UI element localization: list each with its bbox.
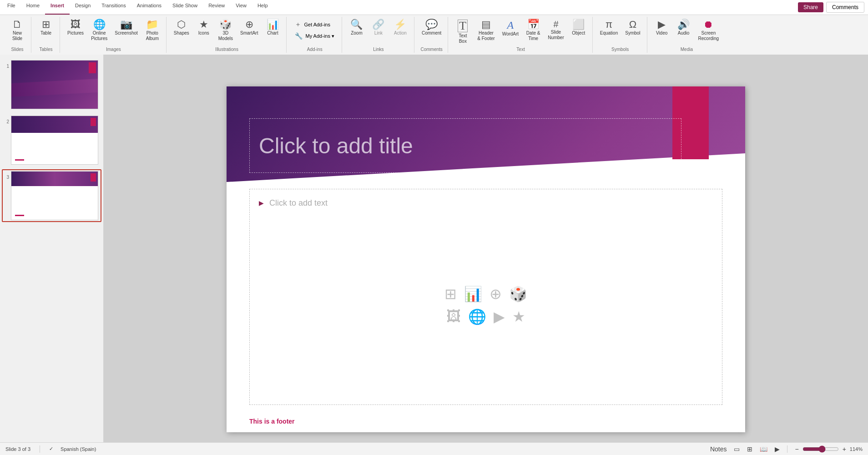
title-placeholder[interactable]: Click to add title: [249, 118, 681, 173]
ribbon-group-addins: ＋ Get Add-ins 🔧 My Add-ins ▾ Add-ins: [288, 17, 342, 53]
zoom-button[interactable]: 🔍 Zoom: [347, 18, 367, 38]
equation-button[interactable]: π Equation: [597, 18, 621, 38]
zoom-in-button[interactable]: +: [841, 445, 848, 454]
new-slide-button[interactable]: 🗋 NewSlide: [7, 18, 27, 43]
icons-button[interactable]: ★ Icons: [194, 18, 214, 38]
pictures-button[interactable]: 🖼 Pictures: [65, 18, 86, 38]
online-pictures-button[interactable]: 🌐 OnlinePictures: [88, 18, 110, 43]
tab-slideshow[interactable]: Slide Show: [167, 0, 203, 15]
view-slide-sorter-button[interactable]: ⊞: [745, 445, 754, 454]
media-group-label: Media: [681, 47, 693, 52]
audio-icon: 🔊: [677, 20, 690, 30]
comment-icon: 💬: [425, 20, 438, 30]
tab-file[interactable]: File: [2, 0, 21, 15]
status-left: Slide 3 of 3 ✓ Spanish (Spain): [5, 445, 96, 453]
slide-count: Slide 3 of 3: [5, 446, 30, 452]
symbol-button[interactable]: Ω Symbol: [622, 18, 643, 38]
smartart-button[interactable]: ⊕ SmartArt: [237, 18, 261, 38]
video-button[interactable]: ▶ Video: [652, 18, 672, 38]
insert-video-icon[interactable]: ▶: [494, 308, 505, 325]
shapes-button[interactable]: ⬡ Shapes: [171, 18, 192, 38]
action-button[interactable]: ⚡ Action: [390, 18, 410, 38]
insert-3d-icon[interactable]: 🎲: [509, 285, 527, 302]
photo-album-button[interactable]: 📁 PhotoAlbum: [142, 18, 162, 43]
date-time-button[interactable]: 📅 Date &Time: [523, 18, 543, 43]
smartart-icon: ⊕: [245, 20, 253, 30]
object-button[interactable]: ⬜ Object: [569, 18, 589, 38]
slide-panel: 1 2 3: [0, 55, 104, 455]
wordart-icon: A: [507, 20, 514, 30]
equation-icon: π: [606, 20, 612, 30]
bullet-arrow-icon: ▶: [259, 199, 264, 207]
wordart-button[interactable]: A WordArt: [500, 18, 522, 39]
tab-design[interactable]: Design: [70, 0, 96, 15]
screen-recording-icon: ⏺: [703, 20, 713, 30]
insert-online-picture-icon[interactable]: 🌐: [468, 308, 486, 325]
ribbon-group-links: 🔍 Zoom 🔗 Link ⚡ Action Links: [343, 17, 414, 53]
view-normal-button[interactable]: ▭: [732, 445, 742, 454]
symbol-icon: Ω: [629, 20, 636, 30]
tab-view[interactable]: View: [230, 0, 252, 15]
zoom-control: − + 114%: [793, 445, 863, 454]
status-bar: Slide 3 of 3 ✓ Spanish (Spain) Notes ▭ ⊞…: [0, 442, 868, 455]
slides-group-label: Slides: [11, 47, 23, 52]
header-footer-button[interactable]: ▤ Header& Footer: [474, 18, 497, 43]
get-addins-button[interactable]: ＋ Get Add-ins: [291, 20, 338, 30]
view-slideshow-button[interactable]: ▶: [773, 445, 782, 454]
content-placeholder[interactable]: ▶ Click to add text ⊞ 📊 ⊕ 🎲 🖼 🌐 ▶: [249, 189, 722, 405]
header-footer-icon: ▤: [481, 20, 491, 30]
tab-insert[interactable]: Insert: [45, 0, 70, 15]
links-group-label: Links: [373, 47, 384, 52]
images-group-label: Images: [106, 47, 121, 52]
action-icon: ⚡: [394, 20, 406, 30]
slide-thumb-3[interactable]: 3: [2, 169, 101, 222]
content-icons-group: ⊞ 📊 ⊕ 🎲 🖼 🌐 ▶ ★: [444, 285, 527, 325]
tab-animations[interactable]: Animations: [131, 0, 167, 15]
slide-image-1: [11, 60, 98, 109]
zoom-slider[interactable]: [802, 445, 839, 453]
comments-group-label: Comments: [420, 47, 442, 52]
shapes-icon: ⬡: [177, 20, 186, 30]
content-bullet: ▶ Click to add text: [259, 198, 713, 208]
text-box-icon: T: [458, 20, 468, 32]
insert-picture-icon[interactable]: 🖼: [446, 308, 461, 325]
comment-button[interactable]: 💬 Comment: [419, 18, 444, 38]
ribbon-content: 🗋 NewSlide Slides ⊞ Table Tables 🖼 Pictu: [0, 15, 868, 55]
slide-image-2: [11, 116, 98, 165]
photo-album-icon: 📁: [146, 20, 158, 30]
chart-button[interactable]: 📊 Chart: [262, 18, 283, 38]
tab-review[interactable]: Review: [203, 0, 230, 15]
content-placeholder-text: Click to add text: [269, 198, 328, 208]
slide-image-3: [11, 171, 98, 220]
notes-button[interactable]: Notes: [708, 445, 729, 454]
screenshot-icon: 📷: [120, 20, 132, 30]
table-button[interactable]: ⊞ Table: [36, 18, 56, 38]
3d-models-button[interactable]: 🎲 3DModels: [216, 18, 236, 43]
new-slide-icon: 🗋: [12, 20, 22, 30]
text-box-button[interactable]: T TextBox: [453, 18, 473, 46]
tab-help[interactable]: Help: [252, 0, 273, 15]
audio-button[interactable]: 🔊 Audio: [674, 18, 694, 38]
screenshot-button[interactable]: 📷 Screenshot: [112, 18, 141, 38]
view-reading-button[interactable]: 📖: [758, 445, 769, 454]
slide-number-button[interactable]: # SlideNumber: [545, 18, 567, 42]
slide-thumb-2[interactable]: 2: [2, 114, 101, 167]
comments-button[interactable]: Comments: [826, 2, 864, 13]
canvas-area: Click to add title ▶ Click to add text ⊞…: [104, 55, 868, 455]
zoom-out-button[interactable]: −: [793, 445, 800, 454]
link-button[interactable]: 🔗 Link: [368, 18, 389, 38]
insert-chart-icon[interactable]: 📊: [464, 285, 482, 302]
my-addins-button[interactable]: 🔧 My Add-ins ▾: [291, 31, 338, 40]
tab-transitions[interactable]: Transitions: [96, 0, 131, 15]
text-group-label: Text: [516, 47, 525, 52]
insert-smartart-icon[interactable]: ⊕: [490, 285, 502, 302]
tab-home[interactable]: Home: [21, 0, 45, 15]
date-time-icon: 📅: [527, 20, 540, 30]
insert-table-icon[interactable]: ⊞: [444, 285, 457, 302]
screen-recording-button[interactable]: ⏺ ScreenRecording: [696, 18, 722, 43]
ribbon-group-illustrations: ⬡ Shapes ★ Icons 🎲 3DModels ⊕ SmartArt 📊: [167, 17, 287, 53]
share-button[interactable]: Share: [798, 2, 823, 12]
insert-icons-icon[interactable]: ★: [512, 308, 525, 325]
status-divider-1: [40, 445, 40, 453]
slide-thumb-1[interactable]: 1: [2, 58, 101, 111]
